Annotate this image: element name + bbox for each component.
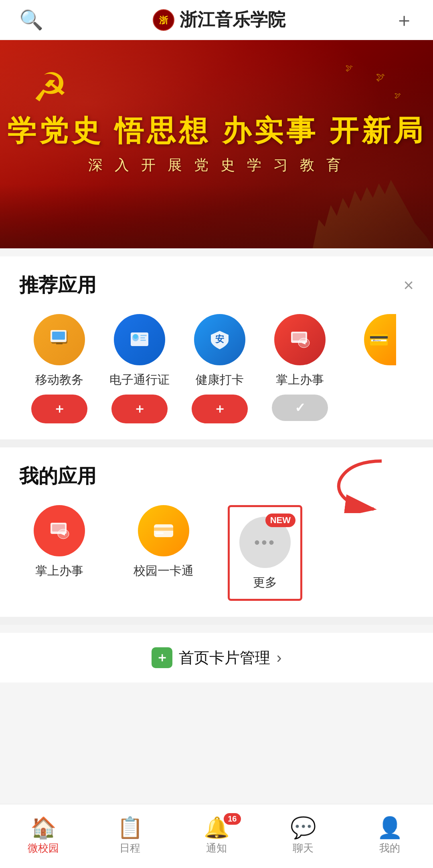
more-label: 更多: [253, 574, 277, 591]
my-app-name-zhangshang: 掌上办事: [35, 563, 83, 579]
add-icon[interactable]: ＋: [395, 7, 414, 33]
nav-label-profile: 我的: [379, 841, 400, 855]
app-icon-tongxingzheng: [114, 314, 165, 365]
card-management-section[interactable]: ＋ 首页卡片管理 ›: [0, 633, 433, 683]
divider-1: [0, 439, 433, 447]
school-name: 浙江音乐学院: [180, 8, 285, 32]
svg-rect-5: [56, 343, 63, 344]
svg-rect-10: [140, 337, 145, 338]
my-app-zhangshang[interactable]: 掌上办事: [19, 505, 99, 579]
svg-rect-9: [140, 335, 147, 336]
profile-icon: 👤: [377, 817, 403, 838]
banner-sub-text: 深 入 开 展 党 史 学 习 教 育: [7, 155, 426, 175]
my-app-name-campus: 校园一卡通: [134, 563, 194, 579]
svg-rect-4: [52, 332, 65, 340]
party-symbol-icon: ☭: [32, 64, 68, 111]
svg-point-8: [133, 334, 138, 339]
more-dots-icon: •••: [254, 534, 276, 552]
added-zhangshang-button[interactable]: ✓: [272, 395, 328, 421]
nav-item-profile[interactable]: 👤 我的: [346, 817, 433, 855]
my-app-icon-campus: [138, 505, 189, 556]
app-icon-yidong: [34, 314, 85, 365]
my-apps-title: 我的应用: [19, 463, 96, 489]
recommended-header: 推荐应用 ×: [19, 272, 414, 298]
app-name-tongxingzheng: 电子通行证: [109, 372, 170, 388]
bird-icon-3: 🕊: [346, 64, 353, 73]
school-logo-icon: 浙: [152, 9, 175, 31]
card-mgmt-arrow-icon: ›: [277, 649, 282, 667]
my-apps-section: 我的应用 掌: [0, 447, 433, 617]
my-apps-content: 掌上办事 校园一卡通 ••• NEW: [19, 505, 414, 601]
svg-rect-11: [140, 340, 146, 341]
app-name-jiankang: 健康打卡: [196, 372, 244, 388]
app-name-zhangshang: 掌上办事: [276, 372, 324, 388]
nav-item-notify[interactable]: 🔔 16 通知: [173, 817, 260, 855]
nav-item-chat[interactable]: 💬 聊天: [260, 817, 346, 855]
recommended-apps-section: 推荐应用 × 移动教务 ＋: [0, 256, 433, 439]
new-badge: NEW: [265, 514, 295, 527]
schedule-icon: 📋: [117, 817, 143, 838]
svg-text:浙: 浙: [159, 15, 168, 25]
my-app-campus-card[interactable]: 校园一卡通: [123, 505, 204, 579]
recommended-app-item-4: 掌上办事 ✓: [260, 314, 340, 423]
svg-rect-22: [156, 532, 164, 534]
card-mgmt-icon: ＋: [152, 647, 172, 668]
app-icon-campus-partial: 💳: [364, 314, 396, 365]
add-yidong-button[interactable]: ＋: [31, 395, 87, 423]
banner: ☭ 🕊 🕊 🕊 学党史 悟思想 办实事 开新局 深 入 开 展 党 史 学 习 …: [0, 40, 433, 248]
home-icon: 🏠: [30, 817, 57, 838]
recommended-app-item-3: 安 健康打卡 ＋: [180, 314, 260, 423]
bird-icon-2: 🕊: [395, 92, 401, 99]
header: 🔍 浙 浙江音乐学院 ＋: [0, 0, 433, 40]
recommended-app-item-2: 电子通行证 ＋: [99, 314, 180, 423]
chat-icon: 💬: [290, 817, 316, 838]
recommended-title: 推荐应用: [19, 272, 96, 298]
my-apps-header: 我的应用: [19, 463, 414, 489]
my-apps-row: 掌上办事 校园一卡通 ••• NEW: [19, 505, 414, 601]
add-tongxingzheng-button[interactable]: ＋: [111, 395, 168, 423]
header-title-group: 浙 浙江音乐学院: [152, 8, 285, 32]
notify-badge: 16: [224, 813, 241, 825]
bottom-nav: 🏠 微校园 📋 日程 🔔 16 通知 💬 聊天 👤 我的: [0, 804, 433, 868]
recommended-app-item-1: 移动教务 ＋: [19, 314, 99, 423]
close-button[interactable]: ×: [403, 276, 414, 294]
nav-item-home[interactable]: 🏠 微校园: [0, 817, 87, 855]
card-mgmt-text: 首页卡片管理: [179, 648, 270, 668]
more-apps-box[interactable]: ••• NEW 更多: [228, 505, 302, 601]
nav-label-notify: 通知: [206, 841, 227, 855]
search-icon[interactable]: 🔍: [19, 9, 43, 31]
add-jiankang-button[interactable]: ＋: [192, 395, 248, 423]
banner-main-text: 学党史 悟思想 办实事 开新局: [7, 113, 426, 148]
banner-content: 学党史 悟思想 办实事 开新局 深 入 开 展 党 史 学 习 教 育: [7, 113, 426, 175]
recommended-apps-row: 移动教务 ＋ 电子通行证 ＋ 安: [19, 314, 414, 423]
nav-item-schedule[interactable]: 📋 日程: [87, 817, 173, 855]
app-name-yidong: 移动教务: [35, 372, 83, 388]
nav-label-home: 微校园: [28, 841, 59, 855]
recommended-app-item-5: 💳: [340, 314, 414, 423]
divider-2: [0, 617, 433, 625]
svg-rect-21: [154, 528, 173, 531]
bird-icon-1: 🕊: [376, 72, 385, 83]
app-icon-zhangshang: [274, 314, 326, 365]
nav-label-schedule: 日程: [119, 841, 140, 855]
nav-label-chat: 聊天: [293, 841, 314, 855]
svg-text:安: 安: [214, 334, 224, 344]
more-icon-wrap: ••• NEW: [239, 517, 291, 568]
app-icon-jiankang: 安: [194, 314, 245, 365]
notify-badge-wrap: 🔔 16: [204, 817, 230, 838]
bottom-spacer: [0, 683, 433, 755]
my-app-icon-zhangshang: [34, 505, 85, 556]
